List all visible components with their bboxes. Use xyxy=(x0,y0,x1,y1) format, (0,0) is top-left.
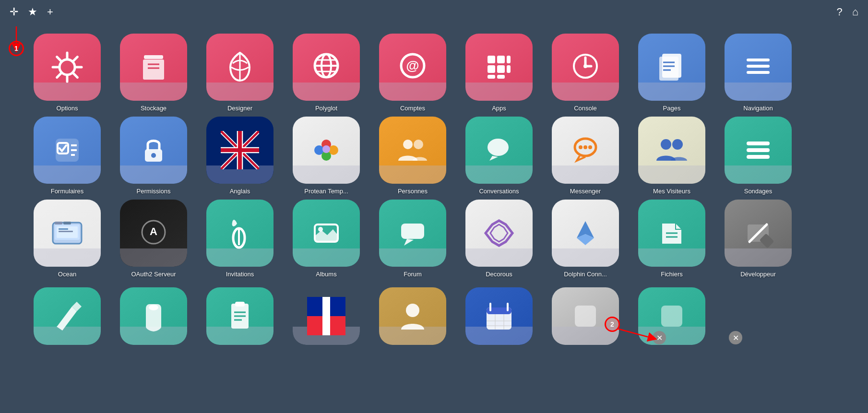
annotation-1: 1 xyxy=(9,41,24,56)
app-apps[interactable]: Apps xyxy=(461,34,537,112)
app-r4c[interactable] xyxy=(202,287,278,349)
star-icon[interactable]: ★ xyxy=(28,6,37,18)
crosshair-icon[interactable]: ✛ xyxy=(10,6,18,18)
svg-rect-30 xyxy=(747,65,770,68)
svg-point-60 xyxy=(661,139,671,150)
app-stockage[interactable]: Stockage xyxy=(115,34,192,112)
svg-point-59 xyxy=(588,145,592,149)
app-r4h[interactable] xyxy=(633,287,710,349)
app-polyglot[interactable]: Polyglot xyxy=(288,34,365,112)
svg-point-23 xyxy=(583,64,587,68)
app-r4d[interactable] xyxy=(288,287,365,349)
svg-rect-20 xyxy=(488,75,495,79)
svg-rect-15 xyxy=(497,56,505,63)
app-label: Forum xyxy=(404,271,422,278)
app-label: Polyglot xyxy=(315,105,337,112)
app-designer[interactable]: Designer xyxy=(202,34,278,112)
svg-rect-71 xyxy=(59,231,73,232)
app-comptes[interactable]: @ Comptes xyxy=(374,34,451,112)
app-label: Stockage xyxy=(141,105,166,112)
app-label: Comptes xyxy=(400,105,425,112)
app-ocean[interactable]: Ocean xyxy=(29,200,106,278)
app-navigation[interactable]: Navigation xyxy=(720,34,797,112)
app-invitations[interactable]: Invitations xyxy=(202,200,278,278)
home-icon[interactable]: ⌂ xyxy=(852,6,858,18)
app-label: Développeur xyxy=(740,271,776,278)
svg-rect-78 xyxy=(401,224,424,239)
svg-rect-68 xyxy=(63,222,71,224)
apps-grid: Options Stockage xyxy=(29,24,858,413)
svg-point-57 xyxy=(579,145,583,149)
help-icon[interactable]: ? xyxy=(836,6,842,18)
app-r4e[interactable] xyxy=(374,287,451,349)
svg-rect-18 xyxy=(497,65,505,73)
svg-rect-21 xyxy=(497,75,505,79)
app-albums[interactable]: Albums xyxy=(288,200,365,278)
app-formulaires[interactable]: Formulaires xyxy=(29,117,106,195)
svg-point-61 xyxy=(672,139,683,150)
app-label: Conversations xyxy=(479,188,519,195)
add-icon[interactable]: + xyxy=(47,6,53,18)
app-label: Navigation xyxy=(743,105,773,112)
svg-point-77 xyxy=(318,227,323,232)
svg-point-55 xyxy=(488,139,509,156)
app-sondages[interactable]: Sondages xyxy=(720,117,797,195)
app-label: Pages xyxy=(663,105,681,112)
svg-point-54 xyxy=(414,140,423,149)
app-permissions[interactable]: Permissions xyxy=(115,117,192,195)
app-label: Console xyxy=(574,105,597,112)
app-oauth2[interactable]: A OAuth2 Serveur xyxy=(115,200,192,278)
svg-point-52 xyxy=(322,145,330,153)
app-label: Albums xyxy=(316,271,336,278)
app-pages[interactable]: Pages xyxy=(633,34,710,112)
app-label: Ocean xyxy=(58,271,76,278)
svg-rect-3 xyxy=(144,55,163,59)
app-label: Dolphin Conn... xyxy=(564,271,607,278)
svg-point-53 xyxy=(403,140,413,149)
svg-rect-105 xyxy=(575,306,596,327)
app-label: Formulaires xyxy=(51,188,84,195)
app-developpeur[interactable]: Développeur xyxy=(720,200,797,278)
svg-rect-67 xyxy=(55,222,62,224)
close-badge-1[interactable]: ✕ xyxy=(653,331,666,344)
app-forum[interactable]: Forum xyxy=(374,200,451,278)
app-label: Personnes xyxy=(398,188,428,195)
svg-rect-19 xyxy=(507,65,511,73)
svg-rect-17 xyxy=(488,65,495,73)
apps-row-1: Options Stockage xyxy=(29,34,858,112)
app-label: Messenger xyxy=(570,188,601,195)
app-label: Fichiers xyxy=(661,271,683,278)
app-options[interactable]: Options xyxy=(29,34,106,112)
app-r4b[interactable] xyxy=(115,287,192,349)
svg-rect-95 xyxy=(322,297,330,335)
svg-rect-14 xyxy=(488,56,495,63)
svg-rect-29 xyxy=(747,59,770,61)
toolbar: ✛ ★ + ? ⌂ xyxy=(0,0,868,24)
svg-rect-62 xyxy=(747,142,770,145)
svg-point-2 xyxy=(59,59,75,75)
app-personnes[interactable]: Personnes xyxy=(374,117,451,195)
app-label: Protean Temp... xyxy=(304,188,348,195)
app-label: Apps xyxy=(492,105,506,112)
app-label: Permissions xyxy=(137,188,171,195)
app-dolphin-conn[interactable]: Dolphin Conn... xyxy=(547,200,624,278)
app-r4a[interactable] xyxy=(29,287,106,349)
svg-rect-25 xyxy=(659,57,678,81)
svg-rect-89 xyxy=(235,302,245,307)
svg-rect-31 xyxy=(747,71,770,74)
close-badge-2[interactable]: ✕ xyxy=(729,331,742,344)
app-protean[interactable]: Protean Temp... xyxy=(288,117,365,195)
app-fichiers[interactable]: Fichiers xyxy=(633,200,710,278)
app-r4f[interactable] xyxy=(461,287,537,349)
app-console[interactable]: Console xyxy=(547,34,624,112)
app-conversations[interactable]: Conversations xyxy=(461,117,537,195)
app-messenger[interactable]: Messenger xyxy=(547,117,624,195)
app-label: Decorous xyxy=(486,271,512,278)
app-anglais[interactable]: Anglais xyxy=(202,117,278,195)
app-label: OAuth2 Serveur xyxy=(131,271,176,278)
svg-point-58 xyxy=(583,145,587,149)
svg-rect-70 xyxy=(59,228,68,230)
app-mes-visiteurs[interactable]: Mes Visiteurs xyxy=(633,117,710,195)
svg-rect-106 xyxy=(661,306,682,327)
app-decorous[interactable]: Decorous xyxy=(461,200,537,278)
